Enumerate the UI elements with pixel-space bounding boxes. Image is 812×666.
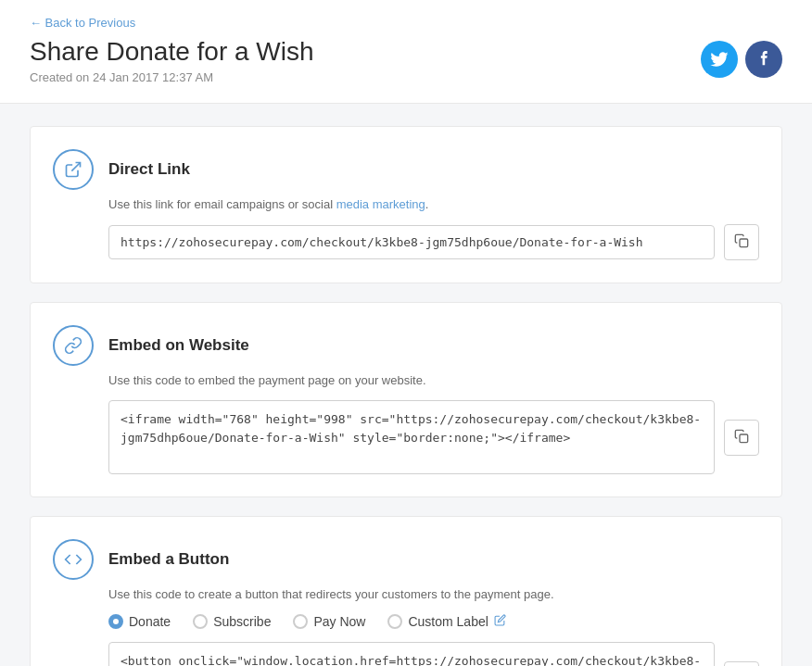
social-link[interactable]: media marketing [336, 197, 425, 211]
svg-rect-1 [740, 239, 748, 247]
embed-button-section: Embed a Button Use this code to create a… [30, 516, 782, 666]
radio-donate-circle [108, 614, 123, 629]
twitter-icon [710, 52, 729, 67]
radio-subscribe[interactable]: Subscribe [193, 614, 271, 629]
title-group: Share Donate for a Wish Created on 24 Ja… [30, 37, 314, 84]
embed-button-desc: Use this code to create a button that re… [108, 587, 759, 601]
radio-subscribe-label: Subscribe [213, 614, 271, 629]
direct-link-input-row [108, 224, 759, 260]
radio-donate[interactable]: Donate [108, 614, 171, 629]
embed-button-input-row: <button onclick="window.location.href=ht… [108, 642, 759, 666]
direct-link-input[interactable] [108, 225, 715, 259]
radio-custom-circle [387, 614, 402, 629]
radio-pay-now-circle [293, 614, 308, 629]
direct-link-section: Direct Link Use this link for email camp… [30, 126, 782, 283]
direct-link-title: Direct Link [108, 160, 190, 179]
button-label-radio-group: Donate Subscribe Pay Now Custom Label [108, 614, 759, 629]
embed-button-header: Embed a Button [53, 539, 759, 580]
facebook-icon [759, 51, 768, 68]
social-icons [701, 41, 782, 78]
embed-button-title: Embed a Button [108, 550, 229, 569]
direct-link-desc: Use this link for email campaigns or soc… [108, 197, 759, 211]
radio-donate-label: Donate [129, 614, 171, 629]
link-icon [64, 336, 82, 355]
page-title: Share Donate for a Wish [30, 37, 314, 67]
radio-pay-now-label: Pay Now [313, 614, 365, 629]
header-row: Share Donate for a Wish Created on 24 Ja… [30, 37, 782, 84]
created-date: Created on 24 Jan 2017 12:37 AM [30, 70, 314, 84]
embed-website-copy-button[interactable] [724, 420, 759, 456]
copy-icon-2 [734, 428, 749, 445]
page-header: ← Back to Previous Share Donate for a Wi… [0, 0, 812, 104]
radio-custom-label-text: Custom Label [408, 614, 488, 629]
embed-website-section: Embed on Website Use this code to embed … [30, 302, 782, 497]
radio-custom-label[interactable]: Custom Label [387, 614, 505, 629]
embed-website-input-row: <iframe width="768" height="998" src="ht… [108, 400, 759, 474]
code-icon [64, 550, 82, 569]
embed-button-copy-button[interactable] [724, 661, 759, 667]
radio-subscribe-circle [193, 614, 208, 629]
back-link[interactable]: ← Back to Previous [30, 16, 135, 30]
embed-website-header: Embed on Website [53, 325, 759, 366]
direct-link-header: Direct Link [53, 149, 759, 190]
radio-pay-now[interactable]: Pay Now [293, 614, 365, 629]
external-link-icon [64, 160, 82, 179]
facebook-button[interactable] [745, 41, 782, 78]
embed-website-title: Embed on Website [108, 336, 249, 355]
pencil-icon [494, 614, 506, 626]
embed-website-icon [53, 325, 94, 366]
direct-link-copy-button[interactable] [724, 224, 759, 260]
main-content: Direct Link Use this link for email camp… [0, 104, 812, 666]
copy-icon [734, 232, 749, 249]
svg-rect-2 [740, 434, 748, 443]
embed-button-textarea[interactable]: <button onclick="window.location.href=ht… [108, 642, 715, 666]
embed-button-icon [53, 539, 94, 580]
twitter-button[interactable] [701, 41, 738, 78]
embed-website-textarea[interactable]: <iframe width="768" height="998" src="ht… [108, 400, 715, 474]
direct-link-icon [53, 149, 94, 190]
embed-website-desc: Use this code to embed the payment page … [108, 373, 759, 387]
svg-line-0 [71, 163, 80, 171]
edit-custom-label-icon[interactable] [494, 614, 506, 629]
